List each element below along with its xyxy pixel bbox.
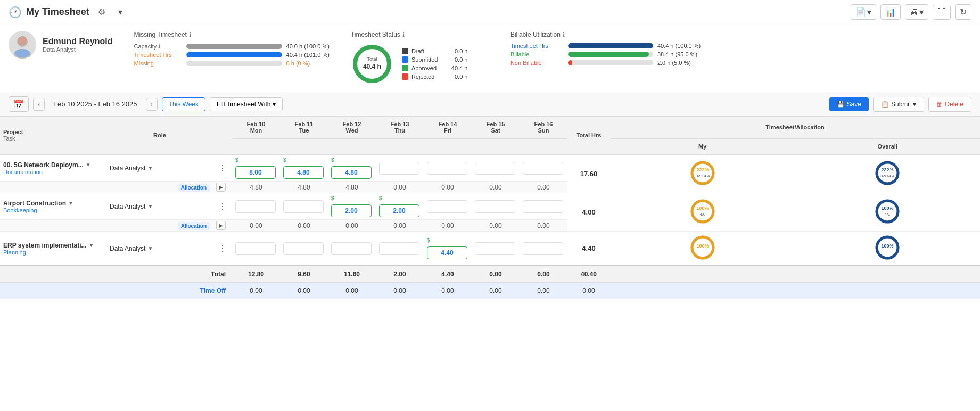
excel-button[interactable]: 📊	[880, 4, 901, 20]
time-input-row1-feb13[interactable]	[379, 162, 419, 175]
alloc-feb12-2: 0.00	[328, 220, 376, 232]
util-billable-row: Billable 38.4 h (95.0 %)	[510, 51, 701, 57]
time-input-row2-feb11[interactable]	[283, 200, 324, 213]
time-input-row1-feb11[interactable]	[283, 166, 324, 179]
feb12-cell-1: $	[328, 154, 376, 182]
expand-button[interactable]: ⛶	[933, 5, 951, 20]
project-dropdown-3[interactable]: ▼	[89, 242, 94, 248]
draft-legend-dot	[402, 48, 408, 54]
kebab-menu-2[interactable]: ⋮	[216, 200, 229, 212]
submit-button[interactable]: 📋 Submit ▾	[873, 97, 924, 112]
alloc-expand-btn-1[interactable]: ▶	[216, 183, 226, 192]
timesheet-hrs-bar-fill	[186, 52, 282, 57]
role-dropdown-1[interactable]: ▼	[147, 165, 153, 171]
util-timesheet-label: Timesheet Hrs	[510, 43, 564, 49]
role-dropdown-2[interactable]: ▼	[147, 203, 153, 209]
total-hrs-cell-1: 17.60	[567, 154, 610, 193]
next-week-button[interactable]: ›	[146, 98, 158, 111]
timeoff-row: Time Off 0.00 0.00 0.00 0.00 0.00 0.00 0…	[0, 283, 980, 299]
print-button[interactable]: 🖨 ▾	[905, 4, 928, 20]
time-input-row3-feb12[interactable]	[331, 242, 372, 255]
header-feb11: Feb 11 Tue	[280, 117, 328, 138]
time-input-row2-feb14[interactable]	[427, 200, 467, 213]
fill-timesheet-button[interactable]: Fill Timesheet With ▾	[210, 97, 283, 111]
feb15-cell-2	[472, 193, 520, 220]
draft-label: Draft	[411, 48, 424, 54]
pdf-button[interactable]: 📄 ▾	[851, 4, 876, 20]
alloc-label-cell-2: Allocation	[0, 220, 213, 232]
fill-timesheet-label: Fill Timesheet With	[217, 101, 270, 108]
task-name-2: Bookkeeping	[3, 207, 103, 213]
project-cell-3: ERP system implementati... ▼ Planning	[0, 232, 106, 266]
gear-button[interactable]: ⚙	[94, 5, 110, 19]
time-input-row2-feb15[interactable]	[475, 200, 515, 213]
date-range: Feb 10 2025 - Feb 16 2025	[49, 100, 142, 108]
svg-text:100%: 100%	[882, 206, 894, 211]
refresh-button[interactable]: ↻	[955, 4, 971, 20]
svg-point-7	[692, 162, 713, 184]
alloc-label-cell-1: Allocation	[0, 182, 213, 193]
time-input-row1-feb12[interactable]	[331, 166, 372, 179]
header-feb12: Feb 12 Wed	[328, 117, 376, 138]
time-input-row1-feb16[interactable]	[523, 162, 563, 175]
util-billable-value: 38.4 h (95.0 %)	[657, 51, 697, 57]
toolbar-left: 📅 ‹ Feb 10 2025 - Feb 16 2025 › This Wee…	[9, 96, 283, 112]
actions-cell-1: ⋮	[213, 154, 232, 182]
time-input-row3-feb14[interactable]	[427, 246, 467, 259]
time-input-row1-feb15[interactable]	[475, 162, 515, 175]
role-dropdown-3[interactable]: ▼	[147, 245, 153, 251]
save-button[interactable]: 💾 Save	[829, 97, 869, 111]
total-feb11: 9.60	[280, 266, 328, 283]
time-input-row2-feb10[interactable]	[235, 200, 276, 213]
alloc-expand-btn-2[interactable]: ▶	[216, 221, 226, 230]
time-input-row3-feb16[interactable]	[523, 242, 563, 255]
allocation-badge-2: Allocation	[178, 222, 210, 230]
time-input-row3-feb15[interactable]	[475, 242, 515, 255]
project-dropdown-1[interactable]: ▼	[86, 162, 91, 168]
table-container: Project Task Role Feb 10 Mon Feb 11 Tue …	[0, 117, 980, 299]
total-feb12: 11.60	[328, 266, 376, 283]
time-input-row3-feb13[interactable]	[379, 242, 419, 255]
header-spacer	[232, 138, 567, 154]
rejected-legend-dot	[402, 73, 408, 80]
svg-point-2	[18, 36, 27, 46]
chevron-down-button[interactable]: ▾	[114, 5, 127, 19]
kebab-menu-1[interactable]: ⋮	[216, 162, 229, 174]
svg-point-3	[15, 49, 30, 57]
submit-icon: 📋	[881, 101, 889, 108]
time-input-row3-feb10[interactable]	[235, 242, 276, 255]
kebab-menu-3[interactable]: ⋮	[216, 242, 229, 254]
util-nonbillable-value: 2.0 h (5.0 %)	[657, 60, 691, 66]
missing-timesheet-info-icon[interactable]: ℹ	[189, 31, 191, 38]
total-feb10: 12.80	[232, 266, 280, 283]
prev-week-button[interactable]: ‹	[33, 98, 45, 111]
approved-legend-dot	[402, 65, 408, 71]
avatar	[9, 31, 36, 59]
util-timesheet-row: Timesheet Hrs 40.4 h (100.0 %)	[510, 43, 701, 49]
calendar-button[interactable]: 📅	[9, 96, 29, 112]
dollar-sign-3: $	[331, 157, 334, 163]
timeoff-feb11: 0.00	[280, 283, 328, 299]
timesheet-status-title: Timesheet Status ℹ	[351, 31, 489, 38]
delete-button[interactable]: 🗑 Delete	[928, 97, 971, 112]
timesheet-table: Project Task Role Feb 10 Mon Feb 11 Tue …	[0, 117, 980, 299]
total-alloc-spacer	[610, 266, 980, 283]
overall-alloc-cell-3: 100%	[795, 232, 981, 266]
svg-text:222%: 222%	[882, 167, 894, 172]
capacity-value: 40.0 h (100.0 %)	[286, 43, 330, 50]
header-total-hrs: Total Hrs	[567, 117, 610, 154]
time-input-row2-feb12[interactable]	[331, 204, 372, 217]
time-input-row1-feb14[interactable]	[427, 162, 467, 175]
time-input-row3-feb11[interactable]	[283, 242, 324, 255]
feb12-cell-3	[328, 232, 376, 266]
project-dropdown-2[interactable]: ▼	[68, 200, 73, 206]
this-week-button[interactable]: This Week	[162, 97, 205, 111]
timesheet-status-info-icon[interactable]: ℹ	[402, 31, 405, 38]
time-input-row2-feb16[interactable]	[523, 200, 563, 213]
time-input-row1-feb10[interactable]	[235, 166, 276, 179]
capacity-info-icon[interactable]: ℹ	[158, 43, 160, 50]
billable-utilization-info-icon[interactable]: ℹ	[563, 31, 565, 38]
timer-icon: 🕐	[9, 6, 22, 19]
role-3: Data Analyst ▼	[110, 245, 210, 252]
time-input-row2-feb13[interactable]	[379, 204, 419, 217]
